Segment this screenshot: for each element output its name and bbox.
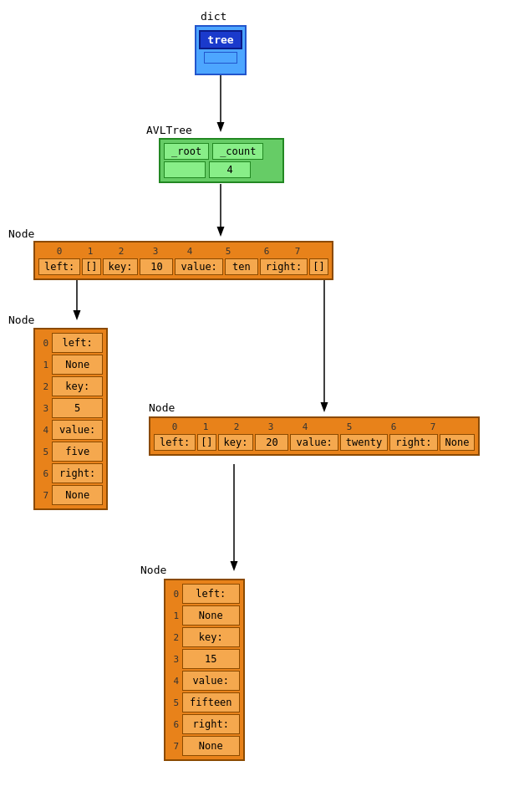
cell-6: right: xyxy=(260,258,308,275)
avltree-value-root xyxy=(164,161,206,178)
rcell-5: twenty xyxy=(340,434,388,451)
ridx-1: 1 xyxy=(194,421,217,432)
rcell-2: key: xyxy=(218,434,254,451)
midx-6: 6 xyxy=(169,714,181,734)
midx-3: 3 xyxy=(169,649,181,669)
mcell-5: fifteen xyxy=(182,692,240,712)
mcell-3: 15 xyxy=(182,649,240,669)
node-root-box: 0 1 2 3 4 5 6 7 left: [] key: 10 value: … xyxy=(33,241,333,280)
ridx-4: 4 xyxy=(286,421,324,432)
node-left-indices: 0 1 2 3 4 5 6 7 xyxy=(38,333,50,505)
vidx-1: 1 xyxy=(38,355,50,375)
dict-box: tree xyxy=(195,25,247,75)
ridx-7: 7 xyxy=(413,421,453,432)
mcell-1: None xyxy=(182,605,240,626)
mcell-7: None xyxy=(182,736,240,756)
vcell-6: right: xyxy=(52,463,103,483)
node-root-cells: left: [] key: 10 value: ten right: [] xyxy=(38,258,328,275)
vidx-4: 4 xyxy=(38,420,50,440)
mcell-4: value: xyxy=(182,671,240,691)
node-mid-label: Node xyxy=(140,564,166,576)
node-root-inner: 0 1 2 3 4 5 6 7 left: [] key: 10 value: … xyxy=(38,246,328,275)
node-root-label: Node xyxy=(8,227,34,240)
avltree-values-row: 4 xyxy=(164,161,279,178)
ridx-5: 5 xyxy=(324,421,374,432)
rcell-7: None xyxy=(440,434,476,451)
idx-5: 5 xyxy=(209,246,247,257)
vcell-1: None xyxy=(52,355,103,375)
vidx-3: 3 xyxy=(38,398,50,418)
cell-1: [] xyxy=(82,258,100,275)
node-left-label: Node xyxy=(8,314,34,326)
cell-4: value: xyxy=(175,258,222,275)
node-right-cells: left: [] key: 20 value: twenty right: No… xyxy=(154,434,475,451)
avltree-value-count: 4 xyxy=(209,161,251,178)
dict-inner-label: tree xyxy=(199,30,242,49)
ridx-6: 6 xyxy=(374,421,413,432)
ridx-3: 3 xyxy=(256,421,286,432)
vcell-5: five xyxy=(52,442,103,462)
vidx-6: 6 xyxy=(38,463,50,483)
cell-3: 10 xyxy=(140,258,173,275)
vidx-2: 2 xyxy=(38,376,50,396)
rcell-3: 20 xyxy=(255,434,288,451)
node-mid-indices: 0 1 2 3 4 5 6 7 xyxy=(169,584,181,756)
cell-0: left: xyxy=(38,258,80,275)
vidx-7: 7 xyxy=(38,485,50,505)
midx-7: 7 xyxy=(169,736,181,756)
node-right-indices: 0 1 2 3 4 5 6 7 xyxy=(154,421,475,432)
ridx-0: 0 xyxy=(155,421,194,432)
idx-4: 4 xyxy=(170,246,209,257)
avltree-label: AVLTree xyxy=(146,124,192,136)
vcell-4: value: xyxy=(52,420,103,440)
cell-7: [] xyxy=(309,258,328,275)
midx-4: 4 xyxy=(169,671,181,691)
node-right-box: 0 1 2 3 4 5 6 7 left: [] key: 20 value: … xyxy=(149,416,480,456)
node-left-box: 0 1 2 3 4 5 6 7 left: None key: 5 value:… xyxy=(33,328,108,510)
rcell-6: right: xyxy=(389,434,437,451)
dict-label: dict xyxy=(201,10,226,23)
node-root-indices: 0 1 2 3 4 5 6 7 xyxy=(38,246,328,257)
node-right-inner: 0 1 2 3 4 5 6 7 left: [] key: 20 value: … xyxy=(154,421,475,451)
ridx-2: 2 xyxy=(217,421,256,432)
midx-5: 5 xyxy=(169,692,181,712)
vidx-0: 0 xyxy=(38,333,50,353)
node-mid-cells: left: None key: 15 value: fifteen right:… xyxy=(182,584,240,756)
vidx-5: 5 xyxy=(38,442,50,462)
midx-2: 2 xyxy=(169,627,181,647)
mcell-0: left: xyxy=(182,584,240,604)
idx-2: 2 xyxy=(102,246,140,257)
avltree-field-root: _root xyxy=(164,143,209,160)
vcell-7: None xyxy=(52,485,103,505)
node-mid-inner: 0 1 2 3 4 5 6 7 left: None key: 15 value… xyxy=(169,584,240,756)
idx-3: 3 xyxy=(140,246,170,257)
avltree-box: _root _count 4 xyxy=(159,138,284,183)
mcell-2: key: xyxy=(182,627,240,647)
rcell-1: [] xyxy=(197,434,216,451)
cell-5: ten xyxy=(225,258,258,275)
midx-0: 0 xyxy=(169,584,181,604)
mcell-6: right: xyxy=(182,714,240,734)
avltree-field-count: _count xyxy=(212,143,263,160)
idx-1: 1 xyxy=(79,246,102,257)
node-left-cells: left: None key: 5 value: five right: Non… xyxy=(52,333,103,505)
rcell-4: value: xyxy=(290,434,338,451)
diagram: dict tree AVLTree _root _count 4 Node 0 … xyxy=(0,0,524,812)
idx-7: 7 xyxy=(286,246,309,257)
node-left-inner: 0 1 2 3 4 5 6 7 left: None key: 5 value:… xyxy=(38,333,103,505)
rcell-0: left: xyxy=(154,434,196,451)
idx-6: 6 xyxy=(247,246,286,257)
vcell-2: key: xyxy=(52,376,103,396)
node-mid-box: 0 1 2 3 4 5 6 7 left: None key: 15 value… xyxy=(164,579,245,761)
vcell-0: left: xyxy=(52,333,103,353)
vcell-3: 5 xyxy=(52,398,103,418)
midx-1: 1 xyxy=(169,605,181,626)
idx-0: 0 xyxy=(40,246,79,257)
avltree-fields-row: _root _count xyxy=(164,143,279,160)
node-right-label: Node xyxy=(149,401,175,414)
cell-2: key: xyxy=(103,258,139,275)
